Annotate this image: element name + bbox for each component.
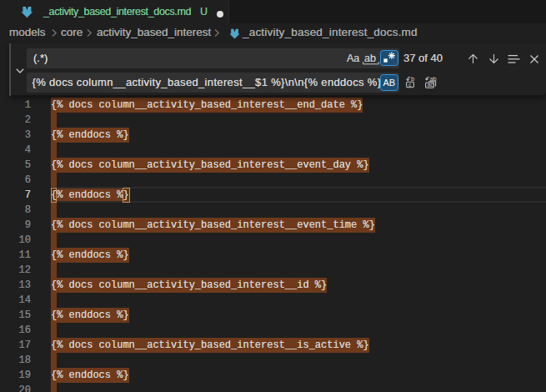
svg-text:b: b	[411, 76, 414, 83]
svg-text:ac: ac	[427, 82, 433, 88]
svg-text:c: c	[408, 81, 412, 87]
